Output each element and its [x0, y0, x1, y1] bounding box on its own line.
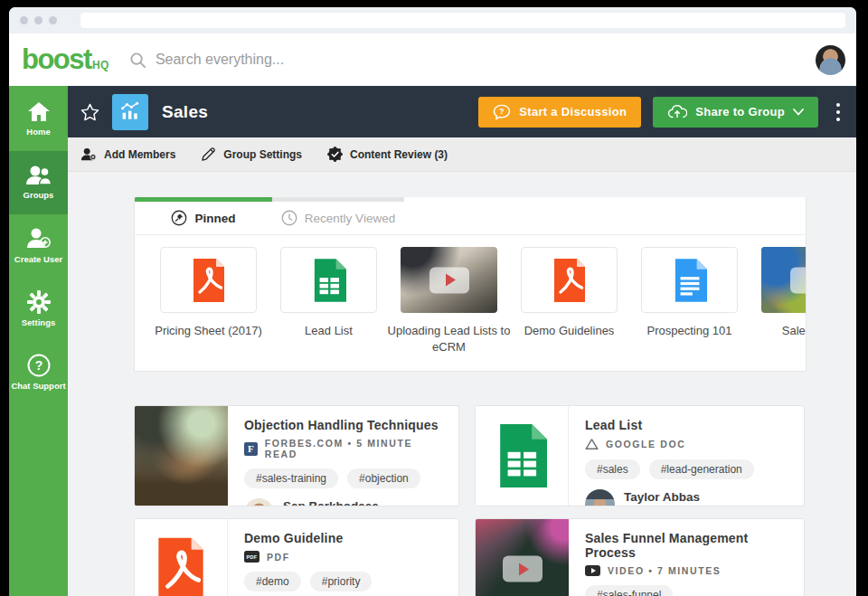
tag-pill[interactable]: #priority [310, 572, 373, 591]
group-header: Sales ? Start a Discussion Share to [68, 86, 856, 137]
address-bar[interactable] [80, 13, 845, 28]
group-title: Sales [162, 102, 208, 122]
forbes-icon: F [244, 442, 258, 456]
pdf-file-icon [521, 247, 618, 313]
tab-pinned-label: Pinned [194, 212, 235, 225]
tag-pill[interactable]: #sales-funnel [585, 585, 673, 596]
card-source-text: GOOGLE DOC [606, 439, 685, 449]
content-card[interactable]: NSUMERS & USERS Sales Funnel Management … [475, 518, 805, 596]
sidebar-item-label: Settings [22, 318, 55, 327]
create-user-icon [26, 227, 52, 251]
home-icon [27, 101, 51, 123]
logo-suffix: HQ [92, 59, 109, 71]
pdf-file-icon [160, 247, 257, 313]
salesforce-thumbnail [761, 247, 807, 313]
search-input[interactable] [156, 52, 427, 68]
chevron-down-icon [793, 109, 804, 116]
share-to-group-label: Share to Group [695, 105, 785, 118]
sidebar-item-chat-support[interactable]: ? Chat Support [9, 341, 68, 404]
discussion-bubble-icon: ? [493, 104, 511, 120]
card-title: Objection Handling Techniques [244, 418, 446, 432]
add-members-icon [80, 147, 97, 161]
video-thumbnail [401, 247, 497, 313]
group-settings-button[interactable]: Group Settings [201, 147, 302, 162]
pinned-item-label: Demo Guidelines [507, 323, 632, 339]
svg-text:?: ? [34, 358, 42, 373]
settings-icon [27, 290, 51, 314]
sidebar-item-groups[interactable]: Groups [9, 151, 68, 214]
content-card[interactable]: Objection Handling Techniques F FORBES.C… [134, 405, 459, 506]
sidebar-nav: Home Groups Create Us [9, 86, 68, 596]
share-to-group-button[interactable]: Share to Group [653, 97, 818, 128]
pinned-item-label: Lead List [267, 323, 392, 339]
card-source-text: FORBES.COM • 5 MINUTE READ [265, 438, 446, 459]
card-source: GOOGLE DOC [585, 438, 791, 450]
user-avatar[interactable] [816, 45, 845, 75]
author-name: Taylor Abbas [624, 490, 700, 506]
tab-indicator [135, 197, 806, 202]
google-sheets-icon [476, 406, 569, 506]
sidebar-item-label: Home [26, 128, 50, 137]
sidebar-item-label: Groups [24, 191, 54, 200]
pin-icon [171, 210, 187, 226]
window-minimize-icon[interactable] [34, 16, 42, 24]
window-close-icon[interactable] [20, 16, 28, 24]
tag-pill[interactable]: #sales [585, 459, 640, 479]
app-header: boost HQ [9, 33, 856, 86]
tag-pill[interactable]: #lead-generation [649, 459, 754, 479]
pinned-item[interactable]: Pricing Sheet (2017) [160, 247, 257, 355]
more-options-icon[interactable] [833, 99, 844, 125]
pinned-item[interactable]: Prospecting 101 [641, 247, 738, 355]
content-review-button[interactable]: Content Review (3) [327, 147, 448, 162]
content-card[interactable]: Lead List GOOGLE DOC #sales #lead-genera… [475, 405, 805, 506]
pinned-panel: Pinned Recently Viewed [134, 197, 807, 372]
pinned-item[interactable]: Salesforce [761, 247, 807, 355]
window-controls[interactable] [20, 16, 57, 24]
favorite-star-icon[interactable] [80, 103, 99, 121]
pinned-item[interactable]: Demo Guidelines [521, 247, 618, 355]
play-icon [503, 556, 542, 582]
tag-pill[interactable]: #objection [347, 468, 420, 488]
group-chart-icon[interactable] [112, 94, 148, 130]
pinned-item-label: Pricing Sheet (2017) [146, 323, 271, 339]
content-card[interactable]: Demo Guideline PDF PDF #demo #priority [134, 518, 459, 596]
boosthq-logo[interactable]: boost HQ [22, 43, 109, 76]
group-content: Pinned Recently Viewed [68, 172, 856, 596]
tab-pinned[interactable]: Pinned [135, 210, 272, 226]
pinned-item-label: Salesforce [748, 323, 807, 339]
group-settings-label: Group Settings [223, 148, 302, 161]
pinned-item-label: Prospecting 101 [627, 323, 752, 339]
logo-text: boost [22, 43, 91, 76]
pinned-item-label: Uploading Lead Lists to eCRM [387, 323, 512, 355]
author-avatar[interactable] [585, 489, 615, 506]
add-members-button[interactable]: Add Members [80, 147, 175, 161]
tab-recently-viewed[interactable]: Recently Viewed [272, 210, 404, 226]
add-members-label: Add Members [104, 148, 175, 161]
author-avatar[interactable] [244, 498, 274, 506]
sidebar-item-settings[interactable]: Settings [9, 278, 68, 341]
tag-pill[interactable]: #demo [244, 572, 301, 591]
video-thumbnail: NSUMERS & USERS [476, 519, 569, 596]
card-title: Demo Guideline [244, 531, 446, 545]
card-title: Lead List [585, 418, 791, 432]
card-title: Sales Funnel Management Process [585, 531, 791, 560]
pinned-item[interactable]: Lead List [280, 247, 377, 355]
google-docs-icon [641, 247, 738, 313]
card-source: F FORBES.COM • 5 MINUTE READ [244, 438, 446, 459]
clock-icon [281, 210, 297, 226]
tag-pill[interactable]: #sales-training [244, 468, 338, 488]
play-icon [429, 267, 469, 293]
browser-window: boost HQ Home [9, 7, 856, 596]
sidebar-item-create-user[interactable]: Create User [9, 214, 68, 278]
start-discussion-button[interactable]: ? Start a Discussion [478, 97, 641, 128]
pinned-item[interactable]: Uploading Lead Lists to eCRM [401, 247, 497, 355]
card-source-text: PDF [267, 552, 290, 563]
pinned-items-row: Pricing Sheet (2017) [135, 235, 806, 371]
cloud-upload-icon [667, 104, 687, 119]
groups-icon [25, 165, 52, 186]
chat-support-icon: ? [27, 354, 51, 377]
content-review-seal-icon [327, 147, 343, 162]
window-zoom-icon[interactable] [49, 16, 57, 24]
search-icon [129, 52, 146, 69]
sidebar-item-home[interactable]: Home [9, 88, 68, 151]
